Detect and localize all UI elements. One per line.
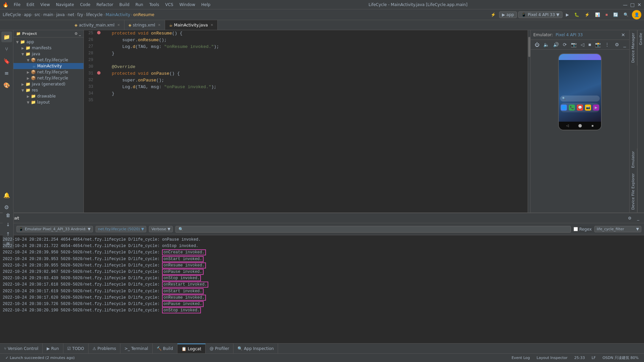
tree-layout[interactable]: ▼ 📁 layout [13,99,84,105]
emulator-tab[interactable]: Emulator [630,148,637,171]
sync-button[interactable]: 🔄 [611,12,620,18]
code-editor[interactable]: 25 ⬤ protected void onResume() { 26 supe… [84,30,530,213]
layout-inspector-button[interactable]: Layout Inspector [534,356,570,360]
status-charset[interactable]: OSDN 只读建筑 80% [600,355,641,360]
minimize-button[interactable]: — [623,2,628,7]
status-launch-message[interactable]: ✓ Launch succeeded (2 minutes ago) [3,356,77,360]
breadcrumb-onresume[interactable]: onResume [133,12,154,17]
emu-volume-up-button[interactable]: 🔊 [552,41,560,48]
breadcrumb-main[interactable]: main [43,12,53,17]
run-config-selector[interactable]: ▶ app [499,11,517,18]
tab-profiler[interactable]: @ Profiler [206,344,233,353]
tree-manifests[interactable]: ▶ 📁 manifests [13,45,84,51]
regex-checkbox[interactable] [574,227,578,231]
emu-volume-down-button[interactable]: 🔈 [542,41,550,48]
menu-window[interactable]: Window [177,2,198,8]
sidebar-item-notifications[interactable]: 🔔 [1,190,12,200]
breadcrumb-src[interactable]: src [35,12,41,17]
menu-tools[interactable]: Tools [147,2,162,8]
debug-button[interactable]: 🐛 [572,12,581,18]
tab-mainactivity-java[interactable]: ☕ MainActivity.java ✕ [165,20,218,30]
menu-refactor[interactable]: Refactor [94,2,116,8]
stop-button[interactable]: ■ [603,12,610,18]
menu-build[interactable]: Build [117,2,132,8]
menu-edit[interactable]: Edit [24,2,37,8]
sidebar-item-project[interactable]: 📁 [1,32,12,42]
emu-minimize-button[interactable]: _ [622,41,627,48]
profile-button[interactable]: 📊 [593,12,602,18]
menu-help[interactable]: Help [199,2,213,8]
tab-close-icon[interactable]: ✕ [117,23,120,27]
menu-navigate[interactable]: Navigate [53,2,77,8]
maximize-button[interactable]: □ [630,2,635,7]
tree-java[interactable]: ▼ 📁 java [13,51,84,57]
tab-build[interactable]: 🔨 Build [153,344,177,353]
emu-settings-button[interactable]: ⚙ [613,41,621,48]
tree-net-fzy-lifecycle3[interactable]: ▶ 📦 net.fzy.lifecycle [13,75,84,81]
coverage-button[interactable]: ⚡ [583,12,592,18]
tab-activity-main-xml[interactable]: ◈ activity_main.xml ✕ [70,20,124,30]
breadcrumb-mainactivity[interactable]: MainActivity [106,12,130,17]
tab-version-control[interactable]: ⑂ Version Control [0,344,43,353]
emu-rotate-button[interactable]: ⟳ [561,41,568,48]
user-avatar[interactable]: 👤 [632,10,641,19]
menu-file[interactable]: File [11,2,23,8]
tree-drawable[interactable]: ▶ 📁 drawable [13,93,84,99]
emu-screenshot-button[interactable]: 📷 [570,41,578,48]
emulator-close-button[interactable]: ✕ [620,32,627,38]
emu-power-button[interactable]: ⏻ [533,41,541,48]
run-button[interactable]: ▶ [564,12,571,18]
sidebar-item-resource[interactable]: 🎨 [1,80,12,90]
tree-res[interactable]: ▼ 📁 res [13,87,84,93]
close-button[interactable]: ✕ [637,2,641,7]
breadcrumb-app[interactable]: app [24,12,32,17]
logcat-minimize-button[interactable]: _ [635,215,641,221]
project-minimize-icon[interactable]: _ [79,32,81,36]
logcat-search-input[interactable] [175,226,571,233]
device-dropdown[interactable]: 📱 Emulator Pixel_4_API_33 Android: ▼ [16,226,93,232]
emu-more-button[interactable]: ⋮ [603,41,611,48]
tree-app[interactable]: ▼ 📁 app [13,39,84,45]
device-manager-tab[interactable]: Device Manager [630,30,637,65]
tab-logcat[interactable]: 📋 Logcat [177,344,206,353]
menu-run[interactable]: Run [133,2,146,8]
tab-terminal[interactable]: >_ Terminal [120,344,153,353]
device-selector[interactable]: 📱 Pixel 4 API 33 ▼ [518,11,562,18]
sidebar-item-structure[interactable]: ≡ [1,68,12,78]
tab-strings-xml[interactable]: ◈ strings.xml ✕ [124,20,165,30]
breadcrumb-lifecycle[interactable]: LifeCycle [3,12,21,17]
search-everywhere[interactable]: 🔍 [622,12,631,18]
sidebar-item-bookmark[interactable]: 🔖 [1,56,12,66]
status-encoding[interactable]: LF [589,356,598,360]
breakpoint-31[interactable]: ⬤ [97,70,101,75]
code-area[interactable]: 25 ⬤ protected void onResume() { 26 supe… [84,30,530,213]
breadcrumb-net[interactable]: net [68,12,74,17]
device-file-explorer-tab[interactable]: Device File Explorer [630,171,637,213]
tree-net-fzy-lifecycle[interactable]: ▼ 📦 net.fzy.lifecycle [13,57,84,63]
filter-name-dropdown[interactable]: life_cycle_filter ▼ [594,226,641,232]
gradle-label[interactable]: Gradle [639,33,643,45]
breakpoint-25[interactable]: ⬤ [97,30,101,35]
scrollbar-thumb[interactable] [528,37,530,57]
package-dropdown[interactable]: net.fzy.lifecycle (5020) ▼ [96,226,146,232]
tree-net-fzy-lifecycle2[interactable]: ▶ 📦 net.fzy.lifecycle [13,69,84,75]
logcat-settings-button[interactable]: ⚙ [626,215,634,221]
breadcrumb-lifecycle2[interactable]: lifecycle [86,12,103,17]
breadcrumb-fzy[interactable]: fzy [77,12,83,17]
logcat-scroll-icon[interactable]: ↓ [4,221,12,229]
tab-app-inspection[interactable]: 🔍 App Inspection [233,344,278,353]
breadcrumb-java[interactable]: java [56,12,65,17]
tree-java-generated[interactable]: ▶ 📁 java (generated) [13,81,84,87]
level-dropdown[interactable]: Verbose ▼ [149,226,173,232]
tab-close2-icon[interactable]: ✕ [158,23,161,27]
tab-todo[interactable]: ☑ TODO [63,344,89,353]
tab-run[interactable]: ▶ Run [43,344,63,353]
nav-power-button[interactable]: ⚡ [489,12,498,18]
event-log-button[interactable]: Event Log [509,356,533,360]
tab-problems[interactable]: ⚠ Problems [89,344,120,353]
menu-view[interactable]: View [38,2,52,8]
logcat-log-view[interactable]: 2022-10-24 20:28:21.254 4654-4654/net.fz… [0,235,644,343]
menu-code[interactable]: Code [77,2,93,8]
logcat-clear-icon[interactable]: 🗑 [4,211,12,219]
tab-close3-icon[interactable]: ✕ [211,23,213,27]
